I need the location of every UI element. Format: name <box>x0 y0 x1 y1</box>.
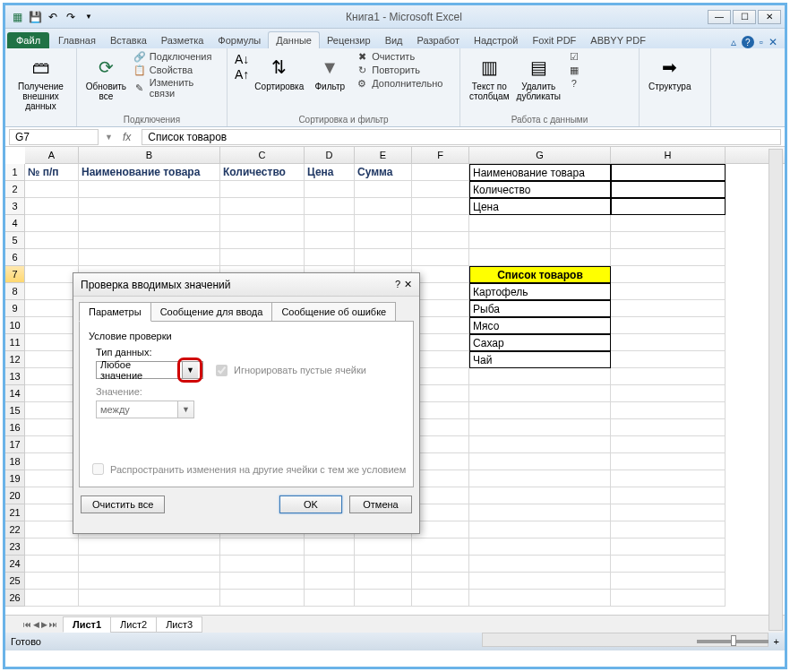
type-combo[interactable]: Любое значение ▼ <box>96 361 203 379</box>
cell[interactable] <box>25 198 79 215</box>
cell[interactable] <box>412 590 469 607</box>
doc-close-icon[interactable]: ✕ <box>769 36 777 48</box>
cell[interactable] <box>412 470 469 487</box>
sort-desc-icon[interactable]: A↑ <box>235 67 249 82</box>
cell[interactable] <box>305 198 355 215</box>
col-header[interactable]: G <box>469 147 611 163</box>
cell[interactable] <box>412 504 469 521</box>
cell[interactable] <box>25 249 79 266</box>
minimize-button[interactable]: — <box>708 10 731 24</box>
cell[interactable] <box>79 590 220 607</box>
sort-asc-icon[interactable]: A↓ <box>235 52 249 66</box>
redo-icon[interactable]: ↷ <box>63 9 79 25</box>
doc-restore-icon[interactable]: ▫ <box>760 36 763 48</box>
cell[interactable] <box>412 573 469 590</box>
external-data-button[interactable]: 🗃 Получение внешних данных <box>11 50 71 125</box>
clear-all-button[interactable]: Очистить все <box>81 495 165 513</box>
cell[interactable] <box>220 556 305 573</box>
cell[interactable] <box>25 470 79 487</box>
cell[interactable] <box>25 590 79 607</box>
cell[interactable] <box>611 334 726 351</box>
row-header[interactable]: 23 <box>5 538 25 556</box>
tab-insert[interactable]: Вставка <box>103 32 154 48</box>
cell[interactable] <box>305 573 355 590</box>
cell[interactable] <box>25 402 79 419</box>
cell[interactable]: Сумма <box>355 164 412 181</box>
cell[interactable] <box>25 419 79 436</box>
cell[interactable] <box>305 538 355 556</box>
cell[interactable] <box>25 300 79 317</box>
cell[interactable] <box>412 215 469 232</box>
tab-foxit[interactable]: Foxit PDF <box>525 32 583 48</box>
row-header[interactable]: 17 <box>5 436 25 453</box>
tab-data[interactable]: Данные <box>268 31 320 48</box>
cell[interactable] <box>611 266 726 283</box>
tab-view[interactable]: Вид <box>378 32 410 48</box>
prev-sheet-icon[interactable]: ◀ <box>33 620 39 629</box>
remove-duplicates-button[interactable]: ▤ Удалить дубликаты <box>513 50 564 125</box>
cell[interactable] <box>25 573 79 590</box>
cell[interactable] <box>469 436 611 453</box>
row-header[interactable]: 21 <box>5 504 25 521</box>
cell[interactable] <box>611 198 726 215</box>
tab-home[interactable]: Главная <box>51 32 103 48</box>
cell[interactable]: Наименование товара <box>469 164 611 181</box>
consolidate-button[interactable]: ▦ <box>568 64 580 76</box>
cell[interactable] <box>355 590 412 607</box>
cell[interactable] <box>611 470 726 487</box>
cell[interactable] <box>305 249 355 266</box>
cell[interactable] <box>220 198 305 215</box>
cell[interactable] <box>305 232 355 249</box>
cell[interactable] <box>611 590 726 607</box>
row-header[interactable]: 4 <box>5 215 25 232</box>
row-header[interactable]: 22 <box>5 521 25 538</box>
cell[interactable] <box>412 317 469 334</box>
cell[interactable] <box>220 538 305 556</box>
cell[interactable] <box>25 181 79 198</box>
cell[interactable] <box>79 181 220 198</box>
cell[interactable] <box>412 385 469 402</box>
formula-input[interactable]: Список товаров <box>142 129 781 145</box>
cell[interactable]: Цена <box>469 198 611 215</box>
cell[interactable] <box>25 351 79 368</box>
tab-review[interactable]: Рецензир <box>320 32 378 48</box>
cell[interactable] <box>355 249 412 266</box>
cell[interactable] <box>412 181 469 198</box>
cell[interactable] <box>469 504 611 521</box>
row-header[interactable]: 13 <box>5 368 25 385</box>
sheet-tab[interactable]: Лист2 <box>110 616 157 633</box>
row-header[interactable]: 9 <box>5 300 25 317</box>
advanced-button[interactable]: ⚙Дополнительно <box>356 77 442 90</box>
cell[interactable] <box>79 198 220 215</box>
cell[interactable] <box>611 351 726 368</box>
cell[interactable] <box>469 232 611 249</box>
cell[interactable] <box>25 453 79 470</box>
cell[interactable] <box>412 351 469 368</box>
dialog-tab-input-msg[interactable]: Сообщение для ввода <box>150 302 273 322</box>
cell[interactable] <box>412 283 469 300</box>
row-header[interactable]: 24 <box>5 556 25 573</box>
cell[interactable] <box>469 419 611 436</box>
cell[interactable] <box>611 368 726 385</box>
cell[interactable] <box>355 215 412 232</box>
cell[interactable] <box>412 232 469 249</box>
clear-filter-button[interactable]: ✖Очистить <box>356 50 442 63</box>
cell[interactable] <box>79 538 220 556</box>
cell[interactable] <box>611 215 726 232</box>
cell[interactable] <box>469 215 611 232</box>
maximize-button[interactable]: ☐ <box>733 10 756 24</box>
col-header[interactable]: D <box>305 147 355 163</box>
cell[interactable] <box>355 181 412 198</box>
fx-icon[interactable]: fx <box>116 131 138 143</box>
cell[interactable] <box>305 590 355 607</box>
cell[interactable]: Рыба <box>469 300 611 317</box>
cell[interactable]: Сахар <box>469 334 611 351</box>
tab-layout[interactable]: Разметка <box>154 32 211 48</box>
cell[interactable] <box>220 181 305 198</box>
cell[interactable] <box>25 436 79 453</box>
cell[interactable] <box>469 453 611 470</box>
cell[interactable] <box>611 232 726 249</box>
whatif-button[interactable]: ? <box>568 77 580 90</box>
row-header[interactable]: 5 <box>5 232 25 249</box>
cell[interactable] <box>25 504 79 521</box>
